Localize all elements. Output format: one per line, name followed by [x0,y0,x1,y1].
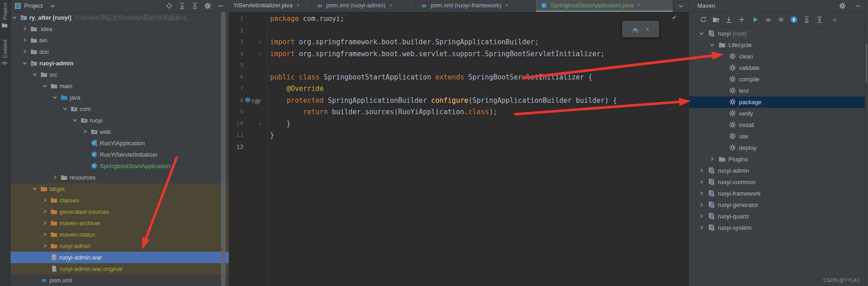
maven-tree-item[interactable]: package [689,96,865,108]
tree-item[interactable]: target [11,183,229,195]
maven-scrollbar-track[interactable] [865,0,868,286]
editor-tab[interactable]: YiServletInitializer.java× [229,0,312,12]
tree-chevron-icon[interactable] [41,82,49,90]
stripe-commit-button[interactable]: Commit [0,39,10,67]
tree-chevron-icon[interactable] [71,117,79,124]
override-marker-icon[interactable] [245,97,250,102]
code-line[interactable]: 3∨import org.springframework.boot.builde… [229,36,689,48]
tree-item[interactable]: CSpringbootStartApplication [11,160,229,172]
project-scrollbar[interactable] [221,12,226,286]
maven-tree-item[interactable]: verify [689,108,865,119]
maven-scrollbar-thumb[interactable] [866,43,867,82]
tree-item[interactable]: ?ruoyi-admin.war.original [11,263,229,275]
tree-chevron-icon[interactable] [698,167,705,174]
refresh-icon[interactable] [700,16,707,23]
tree-chevron-icon[interactable] [11,14,18,21]
maven-tree-item[interactable]: mruoyi-quartz [689,211,865,222]
maven-tree-item[interactable]: validate [689,62,865,74]
tab-list-dropdown-icon[interactable] [677,2,685,10]
select-opened-file-icon[interactable] [166,2,173,10]
code-line[interactable]: 7 @Override [229,83,689,95]
expand-all-icon[interactable] [178,2,186,10]
tree-chevron-icon[interactable] [41,242,49,249]
run-icon[interactable] [752,16,759,23]
tree-chevron-icon[interactable] [21,59,28,67]
hide-icon[interactable] [217,2,224,10]
tab-close-icon[interactable]: × [389,2,393,9]
project-panel-title[interactable]: Project [24,2,43,9]
maven-tree-item[interactable]: test [689,85,865,96]
tree-item[interactable]: maven-status [11,229,229,240]
tree-chevron-icon[interactable] [31,185,38,192]
tree-chevron-icon[interactable] [51,94,59,101]
collapse-all-icon[interactable] [816,16,823,23]
maven-import-popup[interactable]: m × [622,21,659,37]
tree-chevron-icon[interactable] [41,208,49,215]
editor-tab[interactable]: mpom.xml (ruoyi-framework)× [416,0,536,12]
tree-chevron-icon[interactable] [698,30,705,37]
maven-tree-item[interactable]: mruoyi-system [689,222,865,233]
offline-icon[interactable] [790,16,798,23]
code-line[interactable]: 6public class SpringbootStartApplication… [229,71,689,83]
tree-chevron-icon[interactable] [51,174,59,181]
folder-sync-icon[interactable] [712,16,720,23]
download-sources-icon[interactable] [725,16,733,23]
code-line[interactable]: 2 [229,25,689,37]
tree-item[interactable]: ry_after [ruoyi]C:\Users\尹延龙\Desktop\若依\… [11,12,229,23]
tree-chevron-icon[interactable] [698,190,705,197]
tree-item[interactable]: mpom.xml [11,275,229,286]
tree-item[interactable]: bin [11,35,229,46]
maven-tree-item[interactable]: mruoyi (root) [689,28,865,39]
code-line[interactable]: 11} [229,129,689,141]
maven-tree-item[interactable]: compile [689,74,865,85]
code-line[interactable]: 10∧ } [229,118,689,130]
tree-chevron-icon[interactable] [708,41,716,48]
settings-icon[interactable] [839,2,846,10]
tree-item[interactable]: maven-archiver [11,217,229,229]
code-area[interactable]: 1package com.ruoyi;23∨import org.springf… [229,12,689,286]
popup-close-icon[interactable]: × [646,26,649,33]
tab-close-icon[interactable]: × [297,2,300,9]
stripe-project-button[interactable]: Project [0,3,10,29]
tree-chevron-icon[interactable] [698,224,705,231]
fold-marker-icon[interactable]: ∧ [259,118,262,130]
expand-all-icon[interactable] [803,16,810,23]
maven-tree-item[interactable]: Lifecycle [689,39,865,51]
tree-chevron-icon[interactable] [41,231,49,238]
tree-item[interactable]: com [11,103,229,115]
tree-item[interactable]: CRuoYiServletInitializer [11,149,229,160]
maven-tree-item[interactable]: Plugins [689,154,865,165]
tree-item[interactable]: ruoyi-admin.war [11,252,229,263]
maven-tree-item[interactable]: mruoyi-admin [689,165,865,176]
tab-close-icon[interactable]: × [505,2,509,9]
tree-chevron-icon[interactable] [61,105,69,112]
skip-tests-icon[interactable] [777,16,785,23]
add-icon[interactable] [738,16,745,23]
tree-item[interactable]: generated-sources [11,206,229,217]
tab-close-icon[interactable]: × [637,2,641,9]
code-line[interactable]: 5 [229,59,689,71]
tree-chevron-icon[interactable] [21,37,28,44]
tree-chevron-icon[interactable] [81,128,89,135]
tree-chevron-icon[interactable] [21,25,28,32]
settings-icon[interactable] [204,2,211,10]
maven-reload-icon[interactable]: m [632,26,639,33]
tree-item[interactable]: resources [11,172,229,183]
hide-icon[interactable] [854,2,862,10]
chevron-down-icon[interactable] [49,2,56,10]
tree-chevron-icon[interactable] [708,155,716,163]
maven-tree-item[interactable]: deploy [689,142,865,154]
tree-item[interactable]: CRuoYiApplication [11,138,229,149]
tree-item[interactable]: main [11,80,229,92]
tree-item[interactable]: classes [11,195,229,206]
tree-chevron-icon[interactable] [31,71,38,78]
code-line[interactable]: 8↑@∨ protected SpringApplicationBuilder … [229,95,689,106]
tree-chevron-icon[interactable] [41,219,49,227]
maven-tree-item[interactable]: mruoyi-common [689,176,865,188]
editor-tab[interactable]: mpom.xml (ruoyi-admin)× [312,0,416,12]
tree-item[interactable]: web [11,126,229,138]
editor-tab[interactable]: CSpringbootStartApplication.java× [536,0,673,12]
collapse-all-icon[interactable] [191,2,199,10]
tree-chevron-icon[interactable] [21,48,28,55]
fold-marker-icon[interactable]: ∧ [259,48,262,60]
